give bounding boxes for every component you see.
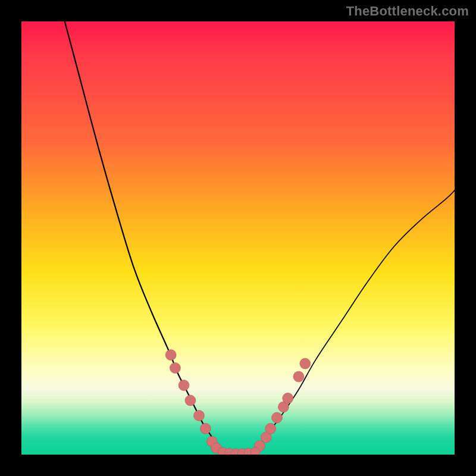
data-marker xyxy=(170,362,180,373)
data-marker xyxy=(293,371,304,382)
chart-svg xyxy=(21,21,455,455)
data-marker xyxy=(272,412,283,423)
marker-group-min xyxy=(218,447,261,455)
marker-group-right xyxy=(254,358,310,451)
data-marker xyxy=(300,358,311,369)
chart-root: TheBottleneck.com xyxy=(0,0,476,476)
data-marker xyxy=(193,410,204,421)
watermark-label: TheBottleneck.com xyxy=(346,4,469,19)
curve-left-branch xyxy=(65,21,221,450)
data-marker xyxy=(178,380,189,391)
data-marker xyxy=(185,395,196,406)
data-marker xyxy=(265,423,276,434)
data-marker xyxy=(200,423,211,434)
data-marker xyxy=(165,350,176,361)
chart-plot-area xyxy=(21,21,455,455)
marker-group-left xyxy=(165,350,221,454)
data-marker xyxy=(283,393,293,403)
